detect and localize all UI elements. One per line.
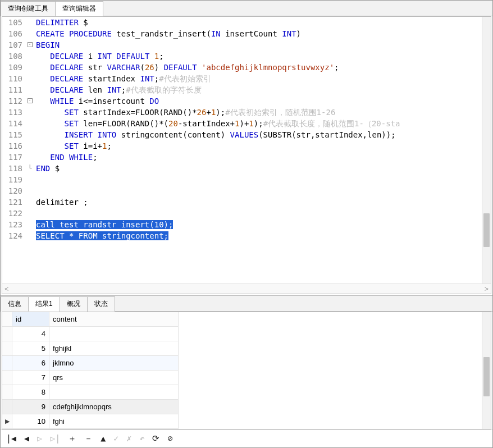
- grid-corner: [2, 312, 12, 327]
- editor-hscrollbar[interactable]: < >: [2, 284, 491, 294]
- code-line[interactable]: SET startIndex=FLOOR(RAND()*26+1);#代表初始索…: [36, 107, 482, 118]
- refresh-button[interactable]: ⟳: [152, 433, 159, 444]
- editor-vscrollbar[interactable]: [482, 17, 491, 284]
- fold-marker[interactable]: [26, 129, 34, 140]
- tab-info[interactable]: 信息: [1, 296, 29, 312]
- prev-record-button[interactable]: ◀: [24, 433, 29, 444]
- cell-content[interactable]: jklmno: [49, 356, 179, 371]
- table-row[interactable]: ▶10fghi: [2, 414, 482, 429]
- code-line[interactable]: DECLARE len INT;#代表截取的字符长度: [36, 84, 482, 95]
- stop-button[interactable]: ⊘: [167, 433, 172, 444]
- row-indicator: [2, 356, 12, 371]
- column-header-id[interactable]: id: [12, 312, 49, 327]
- code-line[interactable]: BEGIN: [36, 39, 482, 51]
- tab-profile[interactable]: 概况: [60, 296, 88, 312]
- table-row[interactable]: 8: [2, 385, 482, 400]
- cell-content[interactable]: fghi: [49, 414, 179, 429]
- fold-marker[interactable]: [26, 196, 34, 208]
- code-line[interactable]: CREATE PROCEDURE test_randstr_insert(IN …: [36, 28, 482, 39]
- cell-content[interactable]: fghijkl: [49, 341, 179, 356]
- line-number: 106: [2, 28, 22, 39]
- table-row[interactable]: 5fghijkl: [2, 341, 482, 356]
- tab-result1[interactable]: 结果1: [28, 296, 60, 312]
- grid-vscrollbar-thumb[interactable]: [483, 357, 490, 396]
- cell-id[interactable]: 9: [12, 400, 49, 414]
- cell-id[interactable]: 7: [12, 371, 49, 385]
- fold-marker[interactable]: [26, 84, 34, 95]
- cell-content[interactable]: cdefghijklmnopqrs: [49, 400, 179, 414]
- editor-tabbar: 查询创建工具 查询编辑器: [1, 1, 492, 16]
- table-row[interactable]: 7qrs: [2, 371, 482, 385]
- fold-marker[interactable]: [26, 208, 34, 219]
- code-line[interactable]: [36, 208, 482, 219]
- cell-id[interactable]: 8: [12, 385, 49, 400]
- fold-marker[interactable]: [26, 17, 34, 28]
- last-edit-button[interactable]: ▷|: [50, 433, 60, 444]
- code-line[interactable]: SET i=i+1;: [36, 140, 482, 152]
- code-line[interactable]: INSERT INTO stringcontent(content) VALUE…: [36, 129, 482, 140]
- fold-marker[interactable]: [26, 28, 34, 39]
- editor-vscrollbar-thumb[interactable]: [483, 213, 490, 247]
- table-row[interactable]: 9cdefghijklmnopqrs: [2, 400, 482, 414]
- move-up-button[interactable]: ▲: [101, 433, 106, 444]
- code-line[interactable]: DECLARE str VARCHAR(26) DEFAULT 'abcdefg…: [36, 62, 482, 73]
- code-line[interactable]: END WHILE;: [36, 152, 482, 163]
- code-line[interactable]: WHILE i<=insertcount DO: [36, 95, 482, 107]
- hscroll-right-icon[interactable]: >: [485, 285, 489, 294]
- row-indicator: [2, 371, 12, 385]
- code-line[interactable]: delimiter ;: [36, 196, 482, 208]
- table-row[interactable]: 4: [2, 327, 482, 341]
- tab-status[interactable]: 状态: [87, 296, 115, 312]
- next-edit-button[interactable]: ▷: [37, 433, 42, 444]
- cell-id[interactable]: 10: [12, 414, 49, 429]
- cell-id[interactable]: 6: [12, 356, 49, 371]
- fold-marker[interactable]: [26, 219, 34, 230]
- fold-gutter[interactable]: - - └: [26, 17, 34, 284]
- undo-button[interactable]: ↶: [139, 433, 144, 444]
- code-editor-viewport[interactable]: 1051061071081091101111121131141151161171…: [2, 17, 491, 284]
- fold-marker[interactable]: [26, 51, 34, 62]
- fold-marker[interactable]: [26, 185, 34, 196]
- first-record-button[interactable]: |◀: [6, 433, 16, 444]
- code-line[interactable]: SELECT * FROM stringcontent;: [36, 230, 482, 241]
- grid-vscrollbar[interactable]: [482, 312, 491, 429]
- tab-query-editor[interactable]: 查询编辑器: [55, 1, 103, 16]
- fold-marker[interactable]: └: [26, 163, 34, 174]
- code-line[interactable]: SET len=FLOOR(RAND()*(20-startIndex+1)+1…: [36, 118, 482, 129]
- code-line[interactable]: call test_randstr_insert(10);: [36, 219, 482, 230]
- code-line[interactable]: [36, 185, 482, 196]
- line-number: 124: [2, 230, 22, 241]
- hscroll-left-icon[interactable]: <: [4, 285, 8, 294]
- fold-marker[interactable]: -: [26, 95, 34, 107]
- fold-marker[interactable]: [26, 174, 34, 185]
- code-line[interactable]: DELIMITER $: [36, 17, 482, 28]
- cell-content[interactable]: qrs: [49, 371, 179, 385]
- cell-id[interactable]: 4: [12, 327, 49, 341]
- code-line[interactable]: END $: [36, 163, 482, 174]
- column-header-content[interactable]: content: [49, 312, 179, 327]
- add-record-button[interactable]: ＋: [68, 433, 76, 444]
- fold-marker[interactable]: [26, 73, 34, 84]
- fold-marker[interactable]: [26, 107, 34, 118]
- cancel-button[interactable]: ✗: [126, 433, 131, 444]
- fold-marker[interactable]: [26, 140, 34, 152]
- cell-id[interactable]: 5: [12, 341, 49, 356]
- code-line[interactable]: DECLARE i INT DEFAULT 1;: [36, 51, 482, 62]
- fold-marker[interactable]: [26, 152, 34, 163]
- tab-query-builder[interactable]: 查询创建工具: [1, 1, 56, 16]
- result-grid-body[interactable]: idcontent45fghijkl6jklmno7qrs89cdefghijk…: [2, 312, 482, 429]
- line-number: 119: [2, 174, 22, 185]
- fold-marker[interactable]: -: [26, 39, 34, 51]
- fold-marker[interactable]: [26, 118, 34, 129]
- apply-button[interactable]: ✓: [113, 433, 118, 444]
- fold-marker[interactable]: [26, 230, 34, 241]
- row-indicator: [2, 341, 12, 356]
- remove-record-button[interactable]: －: [84, 433, 93, 444]
- code-line[interactable]: DECLARE startIndex INT;#代表初始索引: [36, 73, 482, 84]
- table-row[interactable]: 6jklmno: [2, 356, 482, 371]
- code-area[interactable]: DELIMITER $CREATE PROCEDURE test_randstr…: [34, 17, 482, 284]
- cell-content[interactable]: [49, 327, 179, 341]
- cell-content[interactable]: [49, 385, 179, 400]
- fold-marker[interactable]: [26, 62, 34, 73]
- code-line[interactable]: [36, 174, 482, 185]
